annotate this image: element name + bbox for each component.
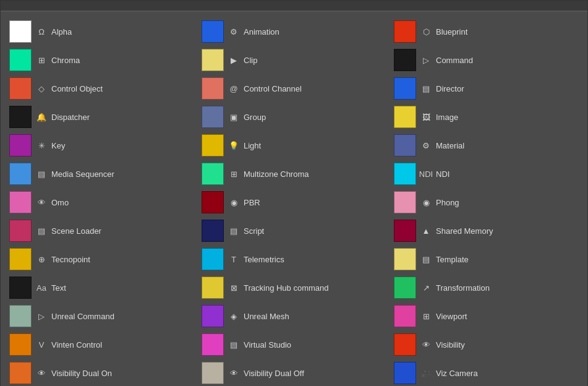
list-item: TTelemetrics (198, 246, 390, 273)
list-item: ▷Command (390, 46, 582, 74)
item-label: Key (51, 141, 65, 150)
list-item: 👁Visibility Dual Off (198, 359, 390, 386)
color-swatch[interactable] (394, 134, 416, 157)
color-swatch[interactable] (394, 106, 416, 128)
color-swatch[interactable] (202, 277, 224, 299)
item-icon: ⚙ (420, 139, 432, 152)
color-swatch[interactable] (9, 163, 32, 185)
default-color-settings-panel: ΩAlpha⚙Animation⬡Blueprint⊞Chroma▶Clip▷C… (0, 0, 588, 386)
color-swatch[interactable] (9, 277, 32, 299)
list-item: VVinten Control (6, 331, 198, 358)
color-swatch[interactable] (394, 191, 416, 213)
color-swatch[interactable] (202, 106, 224, 128)
color-swatch[interactable] (202, 191, 224, 213)
list-item: ⚙Animation (198, 18, 390, 45)
color-swatch[interactable] (394, 362, 416, 384)
item-icon: ▣ (228, 111, 240, 123)
list-item: ⊞Viewport (390, 302, 582, 330)
list-item: 👁Visibility Dual On (6, 359, 198, 386)
item-label: Clip (244, 56, 257, 65)
color-swatch[interactable] (394, 305, 416, 327)
list-item: ▤Scene Loader (6, 217, 198, 244)
color-swatch[interactable] (9, 49, 32, 71)
item-label: Image (436, 113, 458, 122)
item-icon: 👁 (35, 367, 48, 379)
color-swatch[interactable] (202, 134, 224, 157)
item-icon: Aa (35, 281, 48, 294)
item-icon: V (35, 338, 48, 351)
item-label: Virtual Studio (244, 340, 291, 350)
list-item: ▤Virtual Studio (198, 331, 390, 358)
color-swatch[interactable] (394, 333, 416, 356)
item-label: Blueprint (436, 27, 467, 36)
color-swatch[interactable] (202, 49, 224, 71)
color-swatch[interactable] (9, 20, 32, 43)
item-label: Command (436, 56, 473, 65)
color-swatch[interactable] (202, 77, 224, 100)
color-swatch[interactable] (394, 77, 416, 100)
item-icon: ▷ (35, 310, 48, 322)
list-item: NDINDI (390, 160, 582, 187)
color-swatch[interactable] (394, 20, 416, 43)
item-label: PBR (244, 198, 260, 207)
color-swatch[interactable] (202, 305, 224, 327)
item-label: Control Channel (244, 84, 302, 93)
color-swatch[interactable] (9, 77, 32, 100)
color-swatch[interactable] (9, 134, 32, 157)
list-item: ⚙Material (390, 132, 582, 159)
item-label: Control Object (51, 84, 103, 93)
color-swatch[interactable] (394, 248, 416, 270)
item-icon: ▤ (35, 168, 48, 180)
item-icon: Ω (35, 25, 48, 38)
item-label: Text (51, 283, 66, 293)
item-icon: 👁 (420, 338, 432, 351)
list-item: ✳Key (6, 132, 198, 159)
list-item: ▣Group (198, 103, 390, 131)
item-label: Transformation (436, 283, 490, 293)
item-icon: @ (228, 82, 240, 95)
item-icon: ⊞ (420, 310, 432, 322)
item-icon: ◉ (420, 196, 432, 208)
color-swatch[interactable] (394, 49, 416, 71)
color-swatch[interactable] (9, 305, 32, 327)
item-icon: 👁 (35, 196, 48, 208)
color-swatch[interactable] (9, 191, 32, 213)
list-item: ◉PBR (198, 189, 390, 216)
color-swatch[interactable] (9, 106, 32, 128)
item-icon: ◉ (228, 196, 240, 208)
color-swatch[interactable] (202, 220, 224, 242)
color-swatch[interactable] (394, 277, 416, 299)
item-icon: 🔔 (35, 111, 48, 123)
item-icon: ▤ (228, 225, 240, 237)
item-icon: ▤ (228, 338, 240, 351)
list-item: ▤Script (198, 217, 390, 244)
color-swatch[interactable] (9, 362, 32, 384)
item-label: Group (244, 113, 266, 122)
list-item: ▲Shared Memory (390, 217, 582, 244)
item-label: Omo (51, 198, 69, 207)
list-item: ⊞Chroma (6, 46, 198, 74)
item-icon: ▤ (35, 225, 48, 237)
list-item: 💡Light (198, 132, 390, 159)
list-item: 🖼Image (390, 103, 582, 131)
item-icon: ↗ (420, 281, 432, 294)
color-swatch[interactable] (202, 163, 224, 185)
item-icon: ▤ (420, 253, 432, 265)
color-swatch[interactable] (394, 220, 416, 242)
item-icon: T (228, 253, 240, 265)
item-label: Template (436, 255, 469, 264)
color-swatch[interactable] (394, 163, 416, 185)
color-swatch[interactable] (202, 333, 224, 356)
color-swatch[interactable] (9, 248, 32, 270)
color-swatch[interactable] (202, 20, 224, 43)
panel-title (1, 1, 587, 12)
color-swatch[interactable] (9, 333, 32, 356)
color-swatch[interactable] (202, 362, 224, 384)
item-label: NDI (436, 169, 450, 179)
item-label: Multizone Chroma (244, 169, 309, 179)
item-label: Script (244, 226, 264, 236)
color-swatch[interactable] (9, 220, 32, 242)
item-icon: ◇ (35, 82, 48, 95)
color-swatch[interactable] (202, 248, 224, 270)
list-item: AaText (6, 274, 198, 301)
